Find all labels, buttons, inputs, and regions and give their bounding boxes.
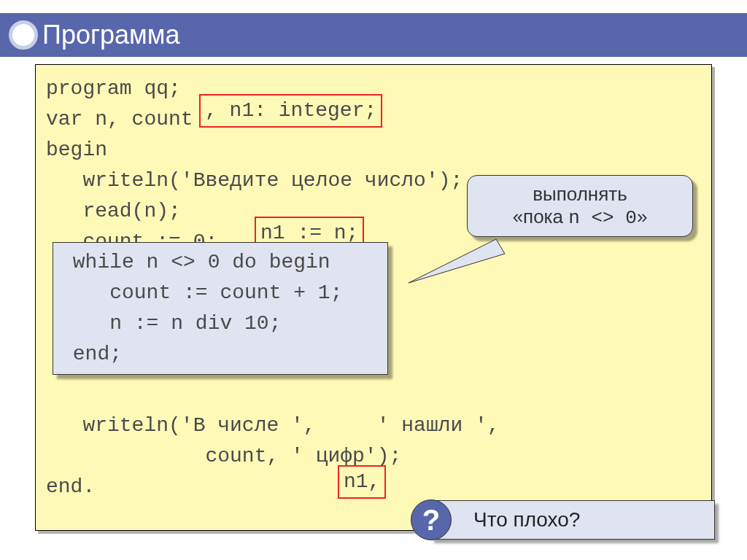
callout-text: «пока n <> 0»: [476, 206, 684, 229]
code-line: n := n div 10;: [61, 308, 380, 339]
callout-text: выполнять: [476, 183, 684, 206]
question-box: ? Что плохо?: [430, 500, 715, 540]
code-line: [46, 380, 701, 411]
question-text: Что плохо?: [473, 508, 580, 532]
svg-marker-0: [409, 239, 505, 283]
highlight-box: n1,: [338, 465, 386, 499]
callout-text: »: [637, 206, 647, 228]
callout-code: n <> 0: [568, 207, 637, 229]
while-block: while n <> 0 do begin count := count + 1…: [53, 242, 388, 375]
code-line: begin: [46, 135, 701, 166]
highlight-box: , n1: integer;: [199, 94, 382, 128]
slide: Программа program qq; var n, count begin…: [0, 0, 747, 560]
code-text: writeln('В числе ',: [46, 414, 328, 437]
code-text: ' нашли ',: [365, 414, 500, 437]
callout-text: «пока: [513, 206, 569, 228]
slide-title: Программа: [42, 20, 180, 50]
code-line: while n <> 0 do begin: [61, 247, 380, 278]
question-mark-icon: ?: [411, 499, 452, 540]
code-line: writeln('В числе ', n1, ' нашли ',: [46, 411, 701, 441]
code-line: end;: [61, 339, 380, 370]
code-line: count := count + 1;: [61, 278, 380, 308]
header-bar: Программа: [0, 13, 747, 57]
callout-bubble: выполнять «пока n <> 0»: [467, 175, 693, 237]
